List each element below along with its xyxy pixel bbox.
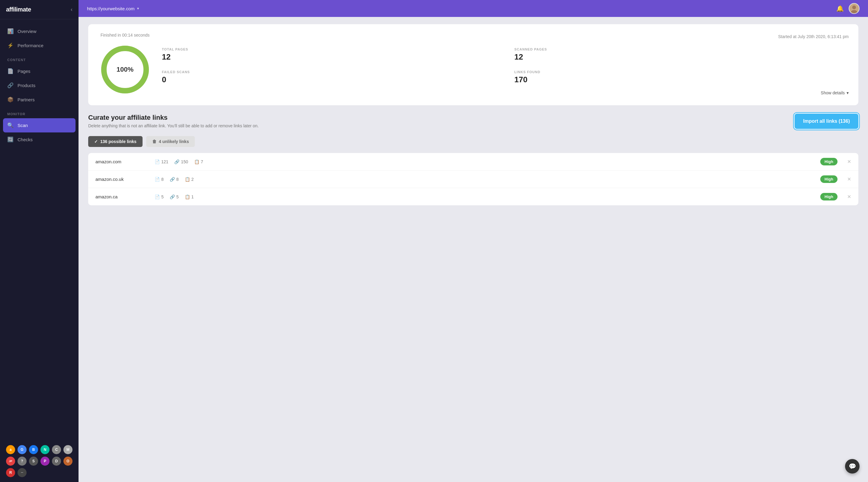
links-stat: 🔗 8	[170, 177, 179, 182]
partner-icon-c[interactable]: C	[52, 445, 61, 454]
links-count: 5	[176, 194, 179, 199]
collapse-button[interactable]: ‹	[71, 6, 72, 13]
stat-failed-scans: FAILED SCANS 0	[162, 70, 496, 84]
pages-icon: 📄	[155, 159, 160, 164]
link-stats: 📄 121 🔗 150 📋 7	[155, 159, 815, 164]
partner-icon-jp[interactable]: JP	[6, 457, 15, 466]
partner-icon-s[interactable]: S	[29, 457, 38, 466]
docs-count: 7	[201, 159, 203, 164]
monitor-section-label: MONITOR	[0, 107, 79, 118]
docs-count: 1	[191, 194, 194, 199]
sidebar-item-scan[interactable]: 🔍 Scan	[3, 118, 75, 133]
sidebar-item-label: Pages	[18, 69, 31, 74]
partner-icon-r[interactable]: R	[6, 468, 15, 477]
topbar-right-actions: 🔔	[836, 3, 860, 14]
links-icon: 🔗	[170, 177, 175, 182]
chat-support-button[interactable]: 💬	[845, 459, 860, 474]
stat-value: 0	[162, 75, 496, 84]
progress-donut: 100%	[98, 42, 152, 97]
stat-total-pages: TOTAL PAGES 12	[162, 48, 496, 62]
docs-icon: 📋	[185, 177, 190, 182]
content-section-label: CONTENT	[0, 53, 79, 64]
sidebar-item-performance[interactable]: ⚡ Performance	[0, 38, 79, 53]
partner-icon-p2[interactable]: ?	[18, 457, 27, 466]
confidence-badge: High	[820, 175, 837, 183]
partner-icon-google[interactable]: G	[18, 445, 27, 454]
link-domain: amazon.com	[95, 159, 150, 164]
sidebar-item-partners[interactable]: 📦 Partners	[0, 92, 79, 107]
partner-icons-list: a G B N C M JP ? S P D O R ···	[0, 440, 79, 482]
link-domain: amazon.co.uk	[95, 177, 150, 182]
stat-label: SCANNED PAGES	[514, 48, 849, 51]
pages-count: 8	[161, 177, 164, 182]
partner-icon-m[interactable]: M	[63, 445, 72, 454]
notification-bell-icon[interactable]: 🔔	[836, 5, 844, 12]
remove-link-button[interactable]: ✕	[847, 194, 851, 200]
scan-progress-section: Finished in 00:14 seconds 100%	[98, 33, 152, 97]
sidebar-item-checks[interactable]: 🔄 Checks	[0, 133, 79, 147]
tab-possible-links[interactable]: ✓ 136 possible links	[88, 136, 143, 147]
link-stats: 📄 8 🔗 8 📋 2	[155, 177, 815, 182]
sidebar-item-products[interactable]: 🔗 Products	[0, 78, 79, 92]
logo: affilimate	[6, 6, 31, 13]
partner-icon-d[interactable]: D	[52, 457, 61, 466]
tab-unlikely-links[interactable]: 🗑 4 unlikely links	[146, 136, 195, 147]
sidebar-item-pages[interactable]: 📄 Pages	[0, 64, 79, 78]
links-icon: 🔗	[170, 194, 175, 199]
links-count: 150	[181, 159, 188, 164]
remove-link-button[interactable]: ✕	[847, 176, 851, 182]
pages-stat: 📄 5	[155, 194, 164, 199]
stat-links-found: LINKS FOUND 170	[514, 70, 849, 84]
show-details-label: Show details	[821, 90, 845, 95]
table-row: amazon.co.uk 📄 8 🔗 8 📋 2 High	[88, 171, 858, 188]
tab-trash-icon: 🗑	[152, 139, 156, 144]
products-icon: 🔗	[7, 82, 13, 89]
pages-count: 5	[161, 194, 164, 199]
scan-icon: 🔍	[7, 122, 13, 129]
docs-icon: 📋	[194, 159, 199, 164]
tab-checkmark-icon: ✓	[94, 139, 98, 144]
table-row: amazon.ca 📄 5 🔗 5 📋 1 High	[88, 188, 858, 205]
topbar: https://yourwebsite.com ▾ 🔔	[79, 0, 868, 17]
sidebar-nav: 📊 Overview ⚡ Performance CONTENT 📄 Pages…	[0, 19, 79, 151]
sidebar-header: affilimate ‹	[0, 0, 79, 19]
confidence-badge: High	[820, 193, 837, 200]
sidebar-item-label: Scan	[18, 123, 28, 128]
pages-stat: 📄 121	[155, 159, 168, 164]
website-url-selector[interactable]: https://yourwebsite.com ▾	[87, 6, 139, 11]
link-tabs: ✓ 136 possible links 🗑 4 unlikely links	[88, 136, 858, 147]
partners-icon: 📦	[7, 96, 13, 103]
show-details-button[interactable]: Show details ▾	[162, 90, 849, 95]
links-icon: 🔗	[174, 159, 179, 164]
table-row: amazon.com 📄 121 🔗 150 📋 7 High	[88, 153, 858, 171]
show-details-chevron-icon: ▾	[846, 90, 849, 95]
url-text: https://yourwebsite.com	[87, 6, 135, 11]
docs-stat: 📋 7	[194, 159, 203, 164]
remove-link-button[interactable]: ✕	[847, 159, 851, 165]
scan-stats-section: Started at July 20th 2020, 6:13:41 pm TO…	[162, 34, 849, 95]
partner-icon-amazon[interactable]: a	[6, 445, 15, 454]
partner-icon-more[interactable]: ···	[18, 468, 27, 477]
avatar[interactable]	[849, 3, 860, 14]
partner-icon-b[interactable]: B	[29, 445, 38, 454]
sidebar-item-overview[interactable]: 📊 Overview	[0, 24, 79, 38]
curate-title: Curate your affiliate links	[88, 114, 258, 121]
main-content: https://yourwebsite.com ▾ 🔔 Finished in …	[79, 0, 868, 482]
partner-icon-o[interactable]: O	[63, 457, 72, 466]
pages-stat: 📄 8	[155, 177, 164, 182]
progress-percent: 100%	[117, 66, 133, 74]
sidebar: affilimate ‹ 📊 Overview ⚡ Performance CO…	[0, 0, 79, 482]
tab-label: 4 unlikely links	[159, 139, 189, 144]
docs-stat: 📋 2	[185, 177, 194, 182]
finished-text: Finished in 00:14 seconds	[100, 33, 150, 37]
partner-icon-p3[interactable]: P	[40, 457, 50, 466]
checks-icon: 🔄	[7, 136, 13, 143]
scan-stats-grid: TOTAL PAGES 12 SCANNED PAGES 12 FAILED S…	[162, 48, 849, 84]
pages-icon: 📄	[155, 177, 160, 182]
links-table: amazon.com 📄 121 🔗 150 📋 7 High	[88, 153, 858, 205]
curate-description: Delete anything that is not an affiliate…	[88, 123, 258, 128]
performance-icon: ⚡	[7, 42, 13, 49]
import-all-links-button[interactable]: Import all links (136)	[795, 114, 858, 129]
stat-value: 12	[514, 52, 849, 62]
partner-icon-n[interactable]: N	[40, 445, 50, 454]
